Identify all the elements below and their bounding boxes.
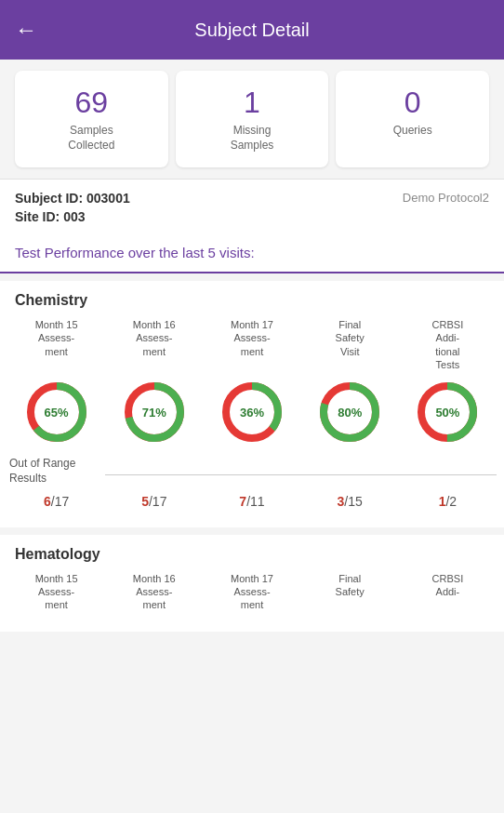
site-id-row: Site ID: 003 (15, 209, 130, 224)
fraction-1: 5/17 (105, 494, 203, 509)
hem-visit-label-1: Month 16Assess-ment (109, 572, 199, 620)
header: ← Subject Detail (0, 0, 504, 60)
donut-col-0: 65% (7, 379, 105, 446)
donut-1: 71% (121, 379, 188, 446)
fraction-4: 1/2 (399, 494, 497, 509)
queries-number: 0 (343, 86, 482, 120)
visit-col-1: Month 16Assess-ment (105, 318, 203, 371)
chemistry-donuts-grid: 65% 71% 36% (0, 371, 504, 453)
donut-2: 36% (219, 379, 285, 446)
fraction-0-den: /17 (51, 494, 69, 509)
fraction-2-den: /11 (246, 494, 264, 509)
hem-visit-label-0: Month 15Assess-ment (11, 572, 101, 620)
visit-col-3: FinalSafetyVisit (301, 318, 399, 371)
visit-label-2: Month 17Assess-ment (206, 318, 297, 367)
stat-card-samples-collected: 69 SamplesCollected (15, 71, 168, 167)
hem-visit-col-2: Month 17Assess-ment (203, 572, 300, 620)
hematology-visits-grid: Month 15Assess-ment Month 16Assess-ment … (0, 572, 504, 620)
page-title: Subject Detail (194, 20, 309, 41)
visit-label-1: Month 16Assess-ment (109, 318, 199, 367)
donut-label-1: 71% (142, 406, 166, 420)
test-performance-header: Test Performance over the last 5 visits: (0, 235, 504, 273)
fraction-3: 3/15 (301, 494, 399, 509)
out-of-range-row: Out of Range Results (0, 453, 504, 486)
donut-0: 65% (23, 379, 90, 446)
fraction-2-num: 7 (239, 494, 246, 509)
visit-col-2: Month 17Assess-ment (203, 318, 300, 371)
queries-label: Queries (343, 124, 482, 139)
hem-visit-col-0: Month 15Assess-ment (7, 572, 105, 620)
visit-label-0: Month 15Assess-ment (11, 318, 101, 367)
donut-col-3: 80% (301, 379, 399, 446)
samples-collected-number: 69 (22, 86, 161, 120)
chemistry-title: Chemistry (0, 292, 504, 318)
fraction-3-den: /15 (344, 494, 362, 509)
hem-visit-col-3: FinalSafety (301, 572, 399, 620)
donut-col-4: 50% (399, 379, 497, 446)
hem-visit-label-4: CRBSIAddi- (403, 572, 493, 620)
fraction-1-den: /17 (149, 494, 166, 509)
hematology-title: Hematology (0, 546, 504, 572)
fractions-row: 6/17 5/17 7/11 3/15 1/2 (0, 486, 504, 516)
donut-label-4: 50% (435, 406, 459, 420)
hematology-section: Hematology Month 15Assess-ment Month 16A… (0, 535, 504, 632)
samples-collected-label: SamplesCollected (22, 124, 161, 153)
fraction-0: 6/17 (7, 494, 105, 509)
stats-row: 69 SamplesCollected 1 MissingSamples 0 Q… (0, 60, 504, 179)
subject-id-row: Subject ID: 003001 (15, 191, 130, 206)
subject-info: Subject ID: 003001 Site ID: 003 Demo Pro… (0, 179, 504, 235)
chemistry-visits-grid: Month 15Assess-ment Month 16Assess-ment … (0, 318, 504, 371)
visit-label-4: CRBSIAddi-tionalTests (403, 318, 493, 371)
test-performance-title: Test Performance over the last 5 visits: (15, 245, 489, 260)
subject-id-label: Subject ID: (15, 191, 83, 206)
fraction-0-num: 6 (44, 494, 51, 509)
missing-samples-number: 1 (183, 86, 322, 120)
hem-visit-label-2: Month 17Assess-ment (206, 572, 297, 620)
donut-col-2: 36% (203, 379, 300, 446)
hem-visit-col-1: Month 16Assess-ment (105, 572, 203, 620)
hem-visit-col-4: CRBSIAddi- (399, 572, 497, 620)
fraction-4-den: /2 (445, 494, 457, 509)
site-id-label: Site ID: (15, 209, 60, 224)
stat-card-missing-samples: 1 MissingSamples (176, 71, 329, 167)
donut-4: 50% (414, 379, 481, 446)
donut-label-2: 36% (240, 406, 264, 420)
hem-visit-label-3: FinalSafety (305, 572, 395, 620)
stat-card-queries: 0 Queries (336, 71, 489, 167)
visit-col-4: CRBSIAddi-tionalTests (399, 318, 497, 371)
back-button[interactable]: ← (15, 17, 37, 43)
fraction-2: 7/11 (203, 494, 300, 509)
protocol-label: Demo Protocol2 (403, 191, 489, 205)
donut-label-0: 65% (45, 406, 69, 420)
oor-divider (105, 474, 497, 475)
donut-col-1: 71% (105, 379, 203, 446)
visit-label-3: FinalSafetyVisit (305, 318, 395, 367)
donut-label-3: 80% (338, 406, 362, 420)
subject-id-value: 003001 (86, 191, 130, 206)
visit-col-0: Month 15Assess-ment (7, 318, 105, 371)
donut-3: 80% (316, 379, 383, 446)
fraction-1-num: 5 (141, 494, 149, 509)
chemistry-section: Chemistry Month 15Assess-ment Month 16As… (0, 281, 504, 526)
site-id-value: 003 (63, 209, 85, 224)
missing-samples-label: MissingSamples (183, 124, 322, 153)
out-of-range-label: Out of Range Results (7, 457, 105, 486)
